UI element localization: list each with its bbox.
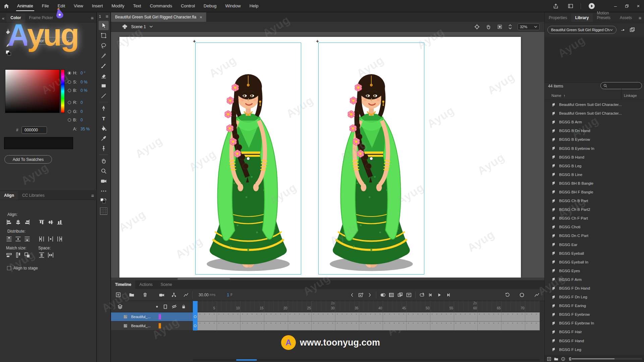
pin-library-icon[interactable]	[620, 28, 626, 33]
free-transform-tool[interactable]	[99, 31, 109, 40]
tab-properties[interactable]: Properties	[545, 13, 571, 22]
library-item[interactable]: BGSG F Dn Hand	[545, 284, 644, 293]
brush-tool[interactable]	[99, 61, 109, 70]
panel-menu-icon[interactable]: ≡	[636, 14, 644, 22]
next-keyframe-button[interactable]	[365, 291, 374, 299]
field-s[interactable]: S:0 %	[68, 80, 88, 84]
column-name[interactable]: Name	[551, 94, 561, 98]
space-vertical-button[interactable]	[38, 252, 45, 258]
lock-layers-icon[interactable]	[181, 304, 186, 309]
library-item[interactable]: BGSG F Eyebrow In	[545, 319, 644, 327]
field-alpha[interactable]: A:35 %	[73, 127, 90, 131]
library-item[interactable]: BGSG Dn C Part	[545, 231, 644, 240]
hex-input[interactable]: 000000	[21, 126, 47, 134]
tab-cc-libraries[interactable]: CC Libraries	[18, 191, 49, 200]
sort-ascending-icon[interactable]: ↑	[564, 94, 566, 98]
auto-keyframe-button[interactable]	[357, 291, 365, 299]
library-item[interactable]: BGSG Eyeball In	[545, 258, 644, 266]
outline-toggle-icon[interactable]	[163, 304, 167, 309]
library-item[interactable]: BGSG F Eyebrow	[545, 310, 644, 319]
library-item[interactable]: BGSG Eyeball	[545, 249, 644, 258]
menu-item[interactable]: View	[69, 0, 88, 12]
library-item[interactable]: BGSG B Line	[545, 170, 644, 179]
library-item[interactable]: Beautiful Green Suit Girl Character...	[545, 100, 644, 109]
frames-row-2[interactable]	[193, 321, 540, 330]
tab-motion-presets[interactable]: Motion Presets	[593, 9, 615, 22]
field-b[interactable]: B:0 %	[68, 88, 88, 93]
menu-item[interactable]: Debug	[199, 0, 221, 12]
library-item[interactable]: BGSG F Leg	[545, 345, 644, 354]
toolbar-menu-icon[interactable]: ≡	[106, 14, 108, 19]
field-g[interactable]: G:0	[68, 109, 83, 114]
library-hscroll-thumb[interactable]	[572, 358, 614, 359]
distribute-left-button[interactable]	[38, 236, 45, 242]
camera-tool[interactable]	[99, 176, 109, 186]
new-layer-button[interactable]	[114, 291, 122, 299]
onion-outline-button[interactable]	[387, 291, 396, 299]
delete-layer-button[interactable]	[141, 291, 149, 299]
library-document-dropdown[interactable]: Beautiful Green Suit Girl Rigged Charac.…	[547, 26, 616, 34]
lasso-tool[interactable]	[99, 41, 109, 50]
rotate-view-icon[interactable]	[485, 24, 491, 30]
transform-point-right[interactable]: +	[316, 40, 319, 43]
library-item[interactable]: BGSG Eyes	[545, 266, 644, 275]
center-stage-icon[interactable]	[474, 24, 480, 30]
transform-point-left[interactable]: +	[193, 40, 196, 43]
new-library-panel-icon[interactable]	[629, 27, 635, 33]
frames-row-1[interactable]	[193, 312, 540, 321]
radio[interactable]	[68, 110, 71, 113]
field-b2[interactable]: B:0	[68, 118, 83, 122]
library-item[interactable]: BGSG Choti	[545, 223, 644, 231]
panel-menu-icon[interactable]: ≡	[88, 14, 96, 22]
align-right-button[interactable]	[23, 219, 31, 226]
distribute-top-button[interactable]	[5, 236, 13, 242]
align-center-h-button[interactable]	[14, 219, 22, 226]
column-linkage[interactable]: Linkage	[624, 94, 637, 98]
selection-box-left[interactable]	[195, 43, 301, 275]
library-item[interactable]: BGSG B Dn Hand	[545, 126, 644, 135]
timeline-ruler[interactable]: 5101520253035404550556065701s2s	[193, 301, 540, 312]
saturation-square[interactable]	[5, 69, 60, 113]
tab-timeline[interactable]: Timeline	[111, 280, 135, 289]
selection-tool[interactable]	[99, 21, 109, 30]
library-item[interactable]: BGSG B Eyebrow	[545, 135, 644, 144]
update-preview-button[interactable]	[503, 291, 512, 299]
field-h[interactable]: H:0 °	[68, 71, 86, 75]
library-item[interactable]: BGSG B Arm	[545, 118, 644, 126]
tab-assets[interactable]: Assets	[616, 13, 636, 22]
collapse-panel-icon[interactable]: «	[0, 14, 6, 22]
keyframe-dot[interactable]	[194, 324, 197, 327]
text-tool[interactable]: T	[99, 114, 109, 123]
match-height-button[interactable]	[14, 252, 22, 258]
menu-item[interactable]: Window	[221, 0, 245, 12]
share-icon[interactable]	[548, 0, 563, 12]
align-top-button[interactable]	[38, 219, 45, 226]
swap-swatch-icon[interactable]	[5, 50, 11, 56]
library-item[interactable]: BGSG F Dn Leg	[545, 293, 644, 301]
new-symbol-button[interactable]	[547, 357, 551, 361]
new-folder-button[interactable]	[127, 291, 136, 299]
pen-tool[interactable]	[99, 104, 109, 113]
restore-button[interactable]	[621, 0, 633, 12]
keyframe-dot[interactable]	[194, 315, 197, 318]
menu-item[interactable]: Modify	[107, 0, 129, 12]
menu-item[interactable]: Text	[129, 0, 146, 12]
close-button[interactable]: ×	[633, 0, 644, 12]
stage-hscroll-thumb[interactable]	[177, 278, 230, 280]
space-horizontal-button[interactable]	[47, 252, 54, 258]
fps-value[interactable]: 30.00	[199, 293, 209, 297]
stroke-pencil-icon[interactable]	[5, 42, 11, 48]
radio[interactable]	[68, 89, 71, 92]
radio[interactable]	[68, 71, 71, 75]
library-item[interactable]: BGSG BH B Bangle	[545, 179, 644, 188]
align-to-stage-checkbox[interactable]	[7, 266, 11, 270]
edit-multiple-frames-button[interactable]	[396, 291, 405, 299]
hue-strip[interactable]	[61, 69, 65, 113]
hand-tool[interactable]	[99, 156, 109, 166]
more-tools-icon[interactable]	[99, 186, 109, 196]
layer-depth-button[interactable]	[181, 291, 190, 299]
layer-row[interactable]: Beautiful_...	[111, 312, 193, 321]
menu-item[interactable]: Insert	[88, 0, 107, 12]
zoom-stepper-icon[interactable]	[508, 24, 512, 30]
radio[interactable]	[68, 101, 71, 104]
